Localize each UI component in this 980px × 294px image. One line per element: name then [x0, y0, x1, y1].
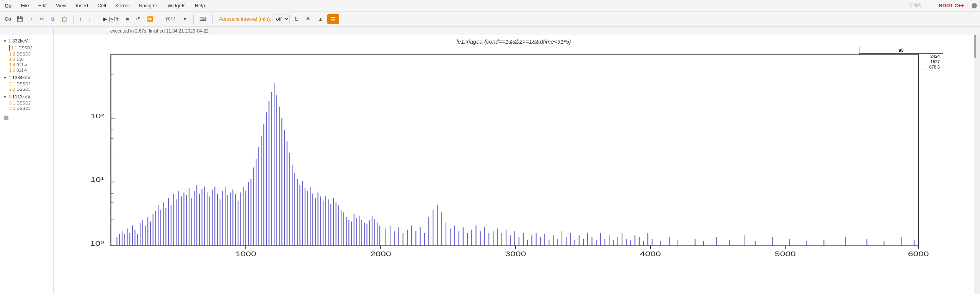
sub-num-1-3: 1.3 — [9, 57, 15, 62]
run-label: 运行 — [109, 16, 119, 23]
sub-label-1-3: 110 — [16, 57, 23, 62]
column-sort-btn[interactable]: ⇅ — [291, 15, 301, 24]
sub-num-1-4: 1.4 — [9, 62, 15, 67]
arrow-down-icon-2: ▼ — [3, 76, 7, 80]
menu-view[interactable]: View — [54, 2, 68, 9]
menubar: Co File Edit View Insert Cell Kernel Nav… — [0, 0, 980, 11]
toolbar-co-label: Co — [3, 16, 13, 22]
sidebar-item-dssd3-2[interactable]: 2.2 DSSD3 — [0, 87, 53, 92]
menu-cell[interactable]: Cell — [96, 2, 108, 9]
menu-navigate[interactable]: Navigate — [137, 2, 160, 9]
root-circle-icon — [972, 3, 977, 8]
scissors-btn[interactable]: ✂ — [37, 15, 47, 23]
sub-label-2-1: DSSD2 — [16, 82, 31, 86]
sidebar-item-dssd2-3[interactable]: 3.1 DSSD2 — [0, 100, 53, 106]
scrollbar-thumb[interactable] — [974, 35, 976, 58]
exec-info: executed in 2.67s, finished 11:34:21 202… — [107, 27, 212, 35]
stats-box-title: a5 — [859, 47, 943, 54]
sidebar-item-dssd3-3[interactable]: 3.2 DSSD3 — [0, 106, 53, 111]
group1-label: 332keV — [12, 38, 28, 44]
autosave-label: Autosave interval (min): — [219, 16, 271, 22]
sidebar-item-dssd2-2[interactable]: 2.1 DSSD2 — [0, 81, 53, 87]
add-btn[interactable]: + — [27, 15, 36, 23]
svg-text:10⁰: 10⁰ — [90, 240, 104, 247]
group2-label: 1384keV — [12, 75, 30, 80]
chart-svg: 10⁰ 10¹ 10² 1000 2000 3000 — [77, 54, 936, 275]
menu-insert[interactable]: Insert — [74, 2, 90, 9]
svg-text:5000: 5000 — [775, 250, 796, 257]
sep3 — [159, 15, 159, 24]
active-bar — [9, 45, 10, 51]
sidebar-item-dssd3-1[interactable]: 1.2 DSSD3 — [0, 51, 53, 57]
restart-btn[interactable]: ↺ — [133, 15, 143, 23]
sub-label-2-2: DSSD3 — [16, 87, 31, 91]
paste-btn[interactable]: 📋 — [59, 15, 70, 23]
menu-widgets[interactable]: Widgets — [166, 2, 187, 9]
group1-num: 1 — [8, 39, 11, 43]
menu-help[interactable]: Help — [193, 2, 207, 9]
sidebar-group-1384kev[interactable]: ▼ 2 1384keV — [0, 74, 53, 81]
copy-btn[interactable]: ⧉ — [48, 15, 57, 24]
svg-text:6000: 6000 — [908, 250, 929, 257]
chart-container: le1:xiagea {cond==1&&bz==1&&dtime<91*5} … — [54, 35, 974, 294]
sidebar: ▼ 1 332keV 1.1 DSSD2 1.2 DSSD3 1.3 110 1… — [0, 35, 54, 294]
menu-toggle-btn[interactable]: ☰ — [327, 14, 339, 24]
main-layout: ▼ 1 332keV 1.1 DSSD2 1.2 DSSD3 1.3 110 1… — [0, 35, 980, 294]
sep1 — [73, 15, 74, 24]
sub-num-2-1: 2.1 — [9, 82, 15, 86]
sub-num-1-1: 1.1 — [11, 46, 17, 50]
sidebar-item-011-right[interactable]: 1.4 011-> — [0, 62, 53, 67]
sidebar-indicator — [4, 116, 8, 120]
group3-num: 3 — [8, 95, 11, 99]
svg-rect-0 — [111, 54, 918, 246]
sidebar-group-1: ▼ 1 332keV 1.1 DSSD2 1.2 DSSD3 1.3 110 1… — [0, 37, 53, 74]
sidebar-group-1113kev[interactable]: ▼ 3 1113keV — [0, 93, 53, 100]
menu-file[interactable]: File — [20, 2, 31, 9]
move-up-btn[interactable]: ↑ — [77, 15, 85, 23]
sidebar-group-332kev[interactable]: ▼ 1 332keV — [0, 38, 53, 44]
code-label-btn[interactable]: 代码 — [162, 15, 178, 24]
sub-label-1-4: 011-> — [16, 62, 27, 67]
trusted-label: 可信的 — [909, 3, 921, 8]
svg-text:3000: 3000 — [505, 250, 526, 257]
sep2 — [97, 15, 97, 24]
right-panel — [974, 35, 980, 294]
sub-num-1-5: 1.5 — [9, 68, 15, 72]
svg-text:10¹: 10¹ — [90, 176, 104, 183]
sub-label-1-2: DSSD3 — [16, 52, 31, 56]
sidebar-item-dssd2-1[interactable]: 1.1 DSSD2 — [0, 44, 53, 51]
autosave-select[interactable]: off — [273, 15, 290, 23]
save-btn[interactable]: 💾 — [14, 15, 26, 23]
group3-label: 1113keV — [12, 94, 30, 100]
keyboard-shortcut-btn[interactable]: ⌨ — [197, 15, 209, 23]
arrow-down-icon: ▼ — [3, 39, 7, 43]
svg-text:10²: 10² — [90, 113, 104, 119]
fast-forward-btn[interactable]: ⏩ — [144, 15, 156, 23]
sub-num-3-2: 3.2 — [9, 106, 15, 111]
sidebar-bottom — [0, 112, 53, 124]
exec-info-row: executed in 2.67s, finished 11:34:21 202… — [0, 27, 980, 35]
stop-btn[interactable]: ■ — [123, 15, 132, 23]
run-icon: ▶ — [103, 16, 107, 22]
group2-num: 2 — [8, 75, 11, 80]
sub-num-2-2: 2.2 — [9, 87, 15, 91]
menu-kernel[interactable]: Kernel — [114, 2, 131, 9]
up-btn[interactable]: ▲ — [315, 15, 326, 24]
menu-edit[interactable]: Edit — [37, 2, 48, 9]
sub-label-1-5: 011<- — [16, 68, 27, 72]
divider — [930, 2, 930, 10]
move-down-btn[interactable]: ↓ — [86, 15, 94, 23]
root-logo: ROOT C++ — [939, 3, 964, 8]
run-btn[interactable]: ▶ 运行 — [100, 15, 122, 24]
toolbar: Co 💾 + ✂ ⧉ 📋 ↑ ↓ ▶ 运行 ■ ↺ ⏩ 代码 ▼ ⌨ Autos… — [0, 11, 980, 27]
code-dropdown-btn[interactable]: ▼ — [180, 15, 190, 23]
sub-num-1-2: 1.2 — [9, 52, 15, 56]
svg-text:2000: 2000 — [370, 250, 391, 257]
sidebar-group-3: ▼ 3 1113keV 3.1 DSSD2 3.2 DSSD3 — [0, 93, 53, 112]
sep5 — [212, 15, 213, 24]
eye-btn[interactable]: 👁 — [303, 15, 314, 24]
sidebar-item-110[interactable]: 1.3 110 — [0, 57, 53, 62]
sep4 — [193, 15, 194, 24]
sub-label-1-1: DSSD2 — [18, 46, 33, 50]
sidebar-item-011-left[interactable]: 1.5 011<- — [0, 67, 53, 73]
